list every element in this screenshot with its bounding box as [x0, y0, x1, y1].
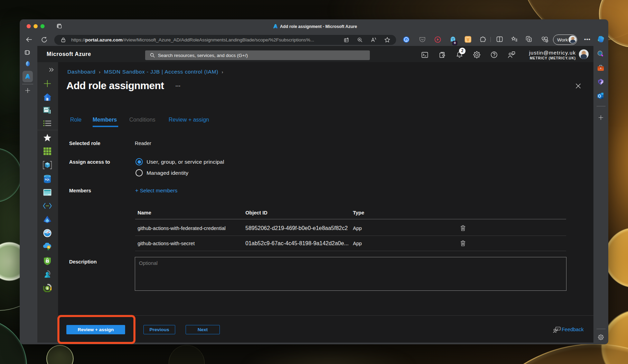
svg-text:SQL: SQL: [45, 178, 50, 181]
svg-text:$: $: [46, 286, 48, 290]
